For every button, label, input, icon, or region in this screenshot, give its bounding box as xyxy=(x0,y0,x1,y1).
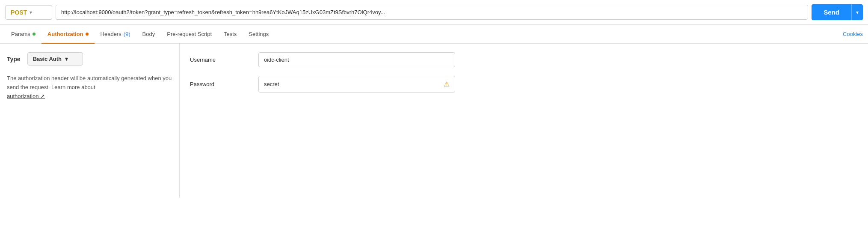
tabs-bar: Params Authorization Headers (9) Body Pr… xyxy=(0,25,868,44)
left-panel: Type Basic Auth ▾ The authorization head… xyxy=(0,44,180,198)
method-label: POST xyxy=(11,9,27,16)
content-area: Type Basic Auth ▾ The authorization head… xyxy=(0,44,868,198)
authorization-link[interactable]: authorization ↗ xyxy=(7,93,45,99)
url-input[interactable] xyxy=(56,5,808,20)
tab-settings[interactable]: Settings xyxy=(243,25,275,43)
auth-link-arrow-icon: ↗ xyxy=(39,93,45,99)
type-selector[interactable]: Basic Auth ▾ xyxy=(27,52,83,66)
tab-params[interactable]: Params xyxy=(5,25,41,43)
username-field-wrapper xyxy=(258,52,455,67)
tab-tests[interactable]: Tests xyxy=(218,25,243,43)
tab-params-label: Params xyxy=(11,31,30,37)
type-row: Type Basic Auth ▾ xyxy=(7,52,172,66)
password-row: Password ⚠ xyxy=(190,76,858,93)
top-bar: POST ▾ Send ▾ xyxy=(0,0,868,25)
tab-pre-request-script-label: Pre-request Script xyxy=(167,31,212,37)
tab-settings-label: Settings xyxy=(249,31,269,37)
send-button[interactable]: Send xyxy=(812,4,851,20)
method-chevron-icon: ▾ xyxy=(30,9,32,15)
tab-headers[interactable]: Headers (9) xyxy=(95,25,136,43)
tab-body-label: Body xyxy=(142,31,155,37)
info-text: The authorization header will be automat… xyxy=(7,74,172,101)
tab-authorization-label: Authorization xyxy=(47,31,83,37)
password-input[interactable] xyxy=(264,81,444,87)
tab-headers-label: Headers xyxy=(101,31,121,37)
password-field-wrapper: ⚠ xyxy=(258,76,455,93)
auth-link-text: authorization xyxy=(7,93,39,99)
password-label: Password xyxy=(190,81,250,87)
send-dropdown-button[interactable]: ▾ xyxy=(851,4,863,20)
headers-badge: (9) xyxy=(124,31,130,37)
send-chevron-icon: ▾ xyxy=(856,9,859,15)
cookies-link[interactable]: Cookies xyxy=(843,31,863,37)
type-chevron-icon: ▾ xyxy=(65,56,68,62)
type-value: Basic Auth xyxy=(33,56,62,62)
params-dot-icon xyxy=(33,33,36,36)
method-selector[interactable]: POST ▾ xyxy=(5,5,52,20)
send-btn-group: Send ▾ xyxy=(812,4,863,20)
username-row: Username xyxy=(190,52,858,67)
info-text-content: The authorization header will be automat… xyxy=(7,75,172,90)
authorization-dot-icon xyxy=(86,33,89,36)
username-input[interactable] xyxy=(264,57,450,63)
tab-tests-label: Tests xyxy=(224,31,237,37)
username-label: Username xyxy=(190,57,250,63)
warning-icon: ⚠ xyxy=(444,80,450,88)
tab-pre-request-script[interactable]: Pre-request Script xyxy=(161,25,218,43)
tab-body[interactable]: Body xyxy=(136,25,161,43)
right-panel: Username Password ⚠ xyxy=(180,44,868,198)
type-label: Type xyxy=(7,56,21,63)
tab-authorization[interactable]: Authorization xyxy=(41,25,95,43)
